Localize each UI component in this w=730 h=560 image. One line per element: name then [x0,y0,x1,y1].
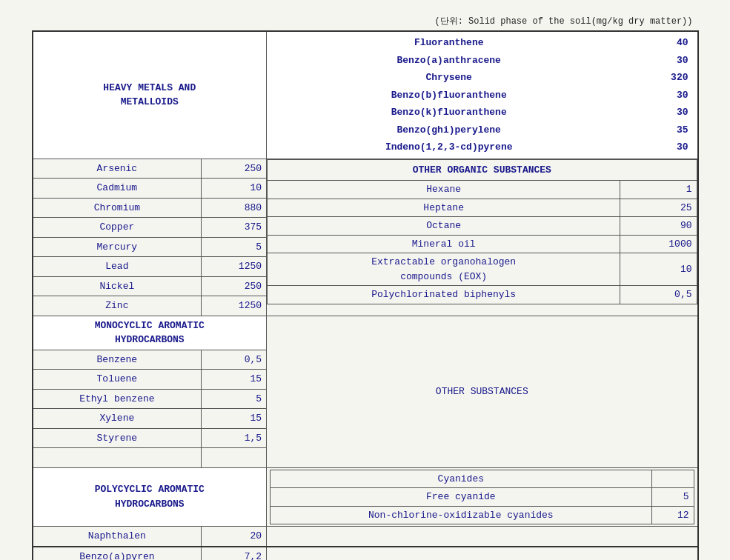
value-cell: 10 [620,253,697,286]
list-item: Octane 90 [268,217,697,236]
value-cell: 5 [202,389,267,409]
list-item: Naphthalen 20 [33,527,698,547]
list-item: Polychlorinated biphenyls 0,5 [268,286,697,304]
list-item: Benzo(a)pyren 7,2 [33,547,698,561]
value-cell: 7,2 [202,547,267,561]
value-cell: 0,5 [202,350,267,370]
value-cell: 1250 [202,296,267,316]
value-cell: 30 [626,87,692,104]
label-cell: Arsenic [33,159,202,179]
left-section-header-1: HEAVY METALS ANDMETALLOIDS [33,31,267,159]
list-item: Non-chlorine-oxidizable cyanides 12 [271,506,694,524]
list-item: Benzo(b)fluoranthene 30 [271,87,692,104]
other-substances-cell: OTHER SUBSTANCES [267,316,698,467]
monocyclic-header: MONOCYCLIC AROMATICHYDROCARBONS [33,316,267,350]
list-item: Mineral oil 1000 [268,235,697,253]
value-cell: 15 [202,409,267,429]
label-cell: Polychlorinated biphenyls [268,286,620,304]
value-cell: 1000 [620,235,697,253]
label-cell: Toluene [33,370,202,390]
value-cell: 90 [620,217,697,236]
value-cell: 880 [202,198,267,218]
cyanides-table: Cyanides Free cyanide 5 Non-chlorine-oxi… [270,470,694,525]
label-cell: Octane [268,217,620,236]
value-cell: 250 [202,276,267,296]
value-cell: 0,5 [620,286,697,304]
label-cell: Styrene [33,428,202,448]
label-cell: Cadmium [33,179,202,199]
value-cell: 5 [202,237,267,257]
label-cell: Chrysene [271,69,626,87]
list-item: Cyanides [271,470,694,488]
label-cell: Fluoranthene [271,34,626,52]
label-cell: Mercury [33,237,202,257]
polycyclic-header-row: POLYCYCLIC AROMATICHYDROCARBONS Cyanides… [33,467,698,527]
polycyclic-header: POLYCYCLIC AROMATICHYDROCARBONS [33,467,267,527]
label-cell: Naphthalen [33,527,202,547]
header-row: HEAVY METALS ANDMETALLOIDS Fluoranthene … [33,31,698,159]
label-cell: Benzo(a)pyren [33,547,202,561]
other-organic-header-row: OTHER ORGANIC SUBSTANCES [268,159,697,181]
label-cell: Benzene [33,350,202,370]
label-cell: Chromium [33,198,202,218]
value-cell: 30 [626,104,692,121]
value-cell: 1,5 [202,428,267,448]
label-cell: Indeno(1,2,3-cd)pyrene [271,139,626,156]
cyanides-section: Cyanides Free cyanide 5 Non-chlorine-oxi… [267,467,698,527]
label-cell: Benzo(ghi)perylene [271,121,626,139]
label-cell: Nickel [33,276,202,296]
list-item: Fluoranthene 40 [271,34,692,52]
value-cell: 320 [626,69,692,87]
empty-cell [267,527,698,547]
list-item: Benzo(a)anthracene 30 [271,52,692,70]
other-organic-header: OTHER ORGANIC SUBSTANCES [268,159,697,181]
label-cell: Copper [33,218,202,238]
list-item: Arsenic 250 OTHER ORGANIC SUBSTANCES Hex… [33,159,698,179]
list-item: Benzo(ghi)perylene 35 [271,121,692,139]
value-cell: 12 [651,506,694,524]
list-item: Heptane 25 [268,199,697,217]
value-cell: 1250 [202,257,267,277]
label-cell: Benzo(k)fluoranthene [271,104,626,121]
value-cell: 20 [202,527,267,547]
value-cell: 40 [626,34,692,52]
right-top-table: Fluoranthene 40 Benzo(a)anthracene 30 Ch… [271,34,692,156]
value-cell: 25 [620,199,697,217]
value-cell: 250 [202,159,267,179]
value-cell: 1 [620,181,697,199]
list-item: Chrysene 320 [271,69,692,87]
label-cell: Free cyanide [271,488,652,507]
label-cell: Benzo(a)anthracene [271,52,626,70]
page-wrapper: (단위: Solid phase of the soil(mg/kg dry m… [24,0,706,560]
value-cell: 35 [626,121,692,139]
label-cell: Extractable organohalogencompounds (EOX) [268,253,620,286]
value-cell: 15 [202,370,267,390]
list-item: Hexane 1 [268,181,697,199]
label-cell: Benzo(b)fluoranthene [271,87,626,104]
unit-header: (단위: Solid phase of the soil(mg/kg dry m… [32,15,699,27]
monocyclic-header-row: MONOCYCLIC AROMATICHYDROCARBONS OTHER SU… [33,316,698,350]
label-cell: Xylene [33,409,202,429]
label-cell: Lead [33,257,202,277]
label-cell: Mineral oil [268,235,620,253]
label-cell: Hexane [268,181,620,199]
main-table: HEAVY METALS ANDMETALLOIDS Fluoranthene … [32,30,699,560]
list-item: Extractable organohalogencompounds (EOX)… [268,253,697,286]
value-cell: 10 [202,179,267,199]
spacer-cell-left [33,448,202,468]
label-cell: Non-chlorine-oxidizable cyanides [271,506,652,524]
value-cell: 30 [626,139,692,156]
list-item: Free cyanide 5 [271,488,694,507]
list-item: Benzo(k)fluoranthene 30 [271,104,692,121]
label-cell: Ethyl benzene [33,389,202,409]
other-organic-table: OTHER ORGANIC SUBSTANCES Hexane 1 Heptan… [267,159,697,304]
label-cell: Cyanides [271,470,652,488]
value-cell: 5 [651,488,694,507]
right-top-items: Fluoranthene 40 Benzo(a)anthracene 30 Ch… [267,31,698,159]
value-cell: 375 [202,218,267,238]
value-cell: 30 [626,52,692,70]
label-cell: Heptane [268,199,620,217]
value-cell [651,470,694,488]
list-item: Indeno(1,2,3-cd)pyrene 30 [271,139,692,156]
spacer-cell-right [202,448,267,468]
